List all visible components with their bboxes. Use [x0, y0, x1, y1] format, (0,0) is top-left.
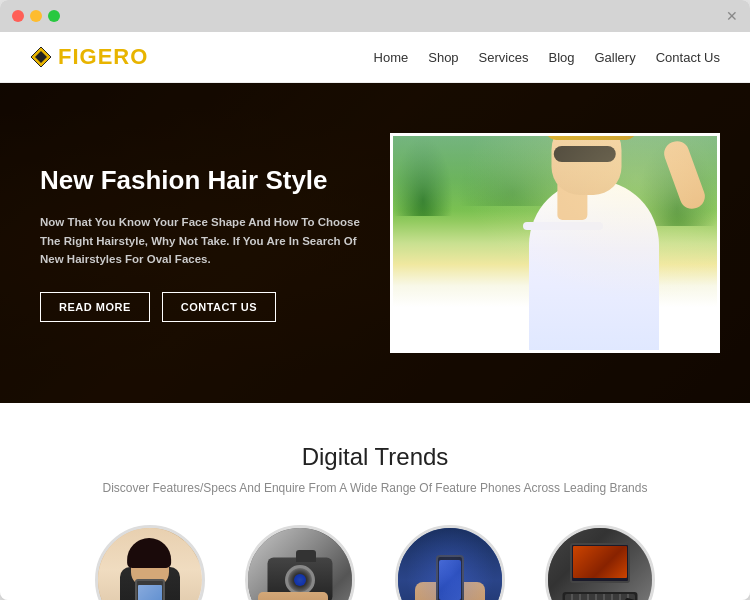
- contact-us-button[interactable]: CONTACT US: [162, 292, 276, 322]
- browser-buttons: [12, 10, 60, 22]
- nav-contact[interactable]: Contact Us: [656, 50, 720, 65]
- logo[interactable]: FIGERO: [30, 44, 148, 70]
- minimize-button[interactable]: [30, 10, 42, 22]
- trend-item-2[interactable]: [245, 525, 355, 600]
- trend-circle-3: [395, 525, 505, 600]
- browser-titlebar: ✕: [0, 0, 750, 32]
- hero-section: New Fashion Hair Style Now That You Know…: [0, 83, 750, 403]
- maximize-button[interactable]: [48, 10, 60, 22]
- site-header: FIGERO Home Shop Services Blog Gallery C…: [0, 32, 750, 83]
- browser-content: FIGERO Home Shop Services Blog Gallery C…: [0, 32, 750, 600]
- hero-image-frame: [390, 133, 720, 353]
- trend-item-1[interactable]: [95, 525, 205, 600]
- trend-circle-4: [545, 525, 655, 600]
- nav-home[interactable]: Home: [374, 50, 409, 65]
- logo-accent: RO: [113, 44, 148, 69]
- hero-image-wrapper: [390, 133, 720, 353]
- hero-title: New Fashion Hair Style: [40, 164, 380, 198]
- logo-icon: [30, 46, 52, 68]
- hero-buttons: READ MORE CONTACT US: [40, 292, 380, 322]
- logo-dark: FIGE: [58, 44, 113, 69]
- hero-body: Now That You Know Your Face Shape And Ho…: [40, 213, 380, 268]
- site-nav: Home Shop Services Blog Gallery Contact …: [374, 50, 720, 65]
- browser-window: ✕ FIGERO Home Shop Services Blog Gallery…: [0, 0, 750, 600]
- nav-gallery[interactable]: Gallery: [595, 50, 636, 65]
- logo-text: FIGERO: [58, 44, 148, 70]
- browser-close-icon[interactable]: ✕: [726, 8, 738, 24]
- trends-items: [30, 525, 720, 600]
- trend-item-4[interactable]: [545, 525, 655, 600]
- trend-item-3[interactable]: [395, 525, 505, 600]
- trends-section: Digital Trends Discover Features/Specs A…: [0, 403, 750, 600]
- trend-circle-1: [95, 525, 205, 600]
- hero-content: New Fashion Hair Style Now That You Know…: [40, 164, 380, 323]
- nav-shop[interactable]: Shop: [428, 50, 458, 65]
- nav-services[interactable]: Services: [479, 50, 529, 65]
- nav-blog[interactable]: Blog: [548, 50, 574, 65]
- read-more-button[interactable]: READ MORE: [40, 292, 150, 322]
- trends-subtitle: Discover Features/Specs And Enquire From…: [30, 481, 720, 495]
- close-button[interactable]: [12, 10, 24, 22]
- trend-circle-2: [245, 525, 355, 600]
- trends-title: Digital Trends: [30, 443, 720, 471]
